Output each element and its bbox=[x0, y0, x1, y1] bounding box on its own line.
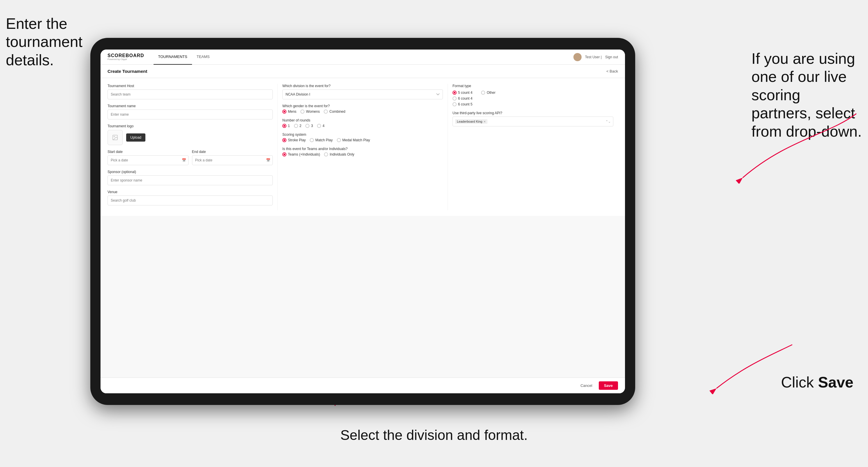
venue-group: Venue bbox=[107, 190, 273, 206]
calendar-icon: 📅 bbox=[182, 158, 186, 162]
end-date-wrap: 📅 bbox=[192, 155, 273, 165]
start-date-wrap: 📅 bbox=[107, 155, 188, 165]
gender-radio-group: Mens Womens Combined bbox=[282, 110, 443, 114]
scoring-match[interactable]: Match Play bbox=[310, 138, 333, 142]
scoring-match-radio[interactable] bbox=[310, 138, 314, 142]
format-5count4-radio[interactable] bbox=[453, 91, 457, 95]
tournament-logo-group: Tournament logo Upload bbox=[107, 124, 273, 145]
end-date-input[interactable] bbox=[192, 155, 273, 165]
start-date-input[interactable] bbox=[107, 155, 188, 165]
format-right-col: Other bbox=[481, 91, 495, 106]
rounds-label: Number of rounds bbox=[282, 118, 443, 122]
form-col-2: Which division is the event for? NCAA Di… bbox=[278, 84, 448, 210]
form-col-1: Tournament Host Tournament name Tourname… bbox=[107, 84, 278, 210]
tab-tournaments[interactable]: TOURNAMENTS bbox=[154, 50, 192, 65]
teams-individuals-radio[interactable] bbox=[324, 152, 328, 156]
rounds-1-radio[interactable] bbox=[282, 124, 286, 128]
back-link[interactable]: < Back bbox=[606, 69, 618, 73]
teams-teams-radio[interactable] bbox=[282, 152, 286, 156]
live-scoring-label: Use third-party live scoring API? bbox=[453, 111, 613, 115]
format-6count5-radio[interactable] bbox=[453, 102, 457, 106]
gender-womens[interactable]: Womens bbox=[301, 110, 320, 114]
date-group: Start date 📅 End date 📅 bbox=[107, 150, 273, 165]
navbar: SCOREBOARD Powered by Clippit TOURNAMENT… bbox=[100, 50, 625, 65]
scoring-radio-group: Stroke Play Match Play Medal Match Play bbox=[282, 138, 443, 142]
sponsor-input[interactable] bbox=[107, 176, 273, 185]
name-label: Tournament name bbox=[107, 104, 273, 108]
form-col-3: Format type 5 count 4 6 count 4 bbox=[448, 84, 618, 210]
annotation-top-right: If you are using one of our live scoring… bbox=[751, 50, 862, 141]
teams-radio-group: Teams (+Individuals) Individuals Only bbox=[282, 152, 443, 156]
live-scoring-group: Use third-party live scoring API? Leader… bbox=[453, 111, 613, 126]
scoring-stroke-radio[interactable] bbox=[282, 138, 286, 142]
logo-upload-area: Upload bbox=[107, 130, 273, 145]
host-input[interactable] bbox=[107, 89, 273, 99]
rounds-3[interactable]: 3 bbox=[305, 124, 313, 128]
format-type-group: Format type 5 count 4 6 count 4 bbox=[453, 84, 613, 106]
upload-button[interactable]: Upload bbox=[126, 133, 145, 142]
logo: SCOREBOARD Powered by Clippit bbox=[107, 53, 144, 61]
logo-placeholder bbox=[107, 130, 123, 145]
live-scoring-tag-input[interactable]: Leaderboard King ✕ ⌃⌄ bbox=[453, 117, 613, 126]
rounds-2[interactable]: 2 bbox=[294, 124, 302, 128]
main-content: Create Tournament < Back Tournament Host… bbox=[100, 65, 625, 378]
start-date-group: Start date 📅 bbox=[107, 150, 188, 165]
tab-teams[interactable]: TEAMS bbox=[192, 50, 214, 65]
gender-mens-radio[interactable] bbox=[282, 110, 286, 114]
division-label: Which division is the event for? bbox=[282, 84, 443, 88]
venue-label: Venue bbox=[107, 190, 273, 194]
logo-label: Tournament logo bbox=[107, 124, 273, 128]
rounds-2-radio[interactable] bbox=[294, 124, 298, 128]
rounds-radio-group: 1 2 3 4 bbox=[282, 124, 443, 128]
gender-womens-radio[interactable] bbox=[301, 110, 305, 114]
gender-group: Which gender is the event for? Mens Wome… bbox=[282, 104, 443, 114]
gender-combined-radio[interactable] bbox=[324, 110, 328, 114]
save-button[interactable]: Save bbox=[599, 381, 618, 390]
venue-input[interactable] bbox=[107, 195, 273, 206]
sponsor-group: Sponsor (optional) bbox=[107, 170, 273, 185]
form-title: Create Tournament bbox=[107, 69, 147, 74]
rounds-1[interactable]: 1 bbox=[282, 124, 290, 128]
rounds-3-radio[interactable] bbox=[305, 124, 309, 128]
tournament-host-group: Tournament Host bbox=[107, 84, 273, 99]
sign-out-link[interactable]: Sign out bbox=[605, 55, 618, 59]
form-body: Tournament Host Tournament name Tourname… bbox=[100, 78, 625, 216]
gender-combined[interactable]: Combined bbox=[324, 110, 345, 114]
teams-teams[interactable]: Teams (+Individuals) bbox=[282, 152, 320, 156]
gender-label: Which gender is the event for? bbox=[282, 104, 443, 108]
rounds-4-radio[interactable] bbox=[317, 124, 321, 128]
format-6count4-radio[interactable] bbox=[453, 96, 457, 100]
tournament-name-group: Tournament name bbox=[107, 104, 273, 119]
format-6count4[interactable]: 6 count 4 bbox=[453, 96, 472, 100]
format-other-radio[interactable] bbox=[481, 91, 485, 95]
sponsor-label: Sponsor (optional) bbox=[107, 170, 273, 174]
division-select[interactable]: NCAA Division I bbox=[282, 89, 443, 99]
nav-tabs: TOURNAMENTS TEAMS bbox=[154, 50, 214, 65]
gender-mens[interactable]: Mens bbox=[282, 110, 296, 114]
navbar-left: SCOREBOARD Powered by Clippit TOURNAMENT… bbox=[107, 50, 214, 65]
rounds-group: Number of rounds 1 2 bbox=[282, 118, 443, 128]
annotation-bottom-center: Select the division and format. bbox=[332, 427, 536, 444]
teams-individuals[interactable]: Individuals Only bbox=[324, 152, 354, 156]
division-group: Which division is the event for? NCAA Di… bbox=[282, 84, 443, 99]
logo-sub-text: Powered by Clippit bbox=[107, 58, 144, 61]
scoring-medal[interactable]: Medal Match Play bbox=[337, 138, 370, 142]
cancel-button[interactable]: Cancel bbox=[577, 382, 595, 390]
rounds-4[interactable]: 4 bbox=[317, 124, 324, 128]
user-text: Test User | bbox=[585, 55, 602, 59]
annotation-bottom-right: Click Save bbox=[781, 373, 854, 391]
avatar bbox=[574, 53, 582, 61]
logo-main-text: SCOREBOARD bbox=[107, 53, 144, 58]
scoring-medal-radio[interactable] bbox=[337, 138, 341, 142]
tablet-screen: SCOREBOARD Powered by Clippit TOURNAMENT… bbox=[100, 50, 625, 393]
start-date-label: Start date bbox=[107, 150, 188, 154]
format-other[interactable]: Other bbox=[481, 91, 495, 95]
format-options-row: 5 count 4 6 count 4 6 count 5 bbox=[453, 89, 613, 106]
format-6count5[interactable]: 6 count 5 bbox=[453, 102, 472, 106]
tag-input-arrows: ⌃⌄ bbox=[606, 120, 611, 124]
name-input[interactable] bbox=[107, 110, 273, 119]
scoring-label: Scoring system bbox=[282, 132, 443, 137]
tag-close-icon[interactable]: ✕ bbox=[484, 120, 486, 123]
format-5count4[interactable]: 5 count 4 bbox=[453, 91, 472, 95]
scoring-stroke[interactable]: Stroke Play bbox=[282, 138, 306, 142]
